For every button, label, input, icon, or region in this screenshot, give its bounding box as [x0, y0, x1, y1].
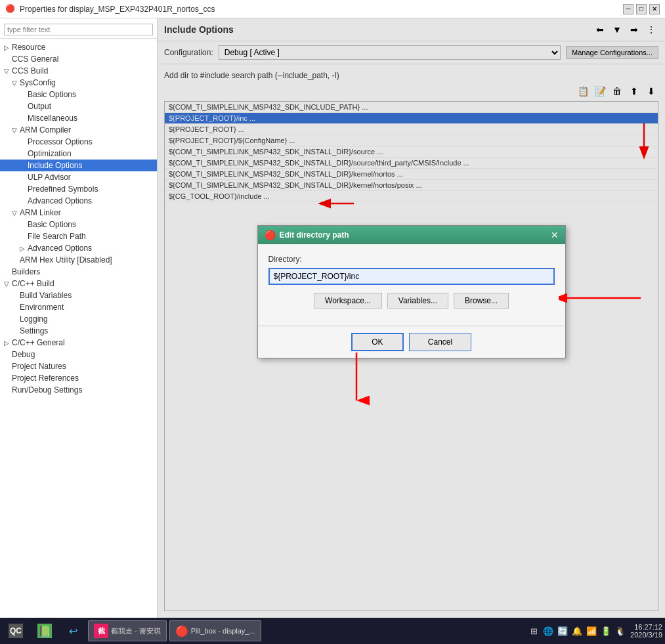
wifi-icon: 📶	[586, 625, 597, 637]
browse-button[interactable]: Browse...	[454, 293, 509, 309]
sidebar-item-build-variables[interactable]: Build Variables	[0, 290, 157, 301]
taskbar-back[interactable]: ↩	[60, 620, 85, 641]
ok-arrow	[343, 349, 370, 410]
taskbar-media[interactable]: 截 截我走 - 谢安琪	[88, 620, 167, 641]
tray-icons: ⊞ 🌐 🔄 🔔 📶 🔋 🐧	[528, 625, 626, 637]
sidebar-tree: ▷ResourceCCS General▽CCS Build▽SysConfig…	[0, 41, 157, 396]
input-arrow	[559, 285, 644, 313]
sidebar-item-include-options[interactable]: Include Options	[0, 160, 157, 171]
modal-close-button[interactable]: ✕	[551, 230, 559, 240]
directory-input[interactable]	[268, 268, 555, 285]
sound-icon: 🔔	[571, 625, 583, 637]
sidebar-item-ccs-general[interactable]: CCS General	[0, 53, 157, 65]
tree-arrow-resource: ▷	[4, 44, 12, 51]
sidebar-item-project-references[interactable]: Project References	[0, 372, 157, 384]
sidebar-item-run-debug-settings[interactable]: Run/Debug Settings	[0, 384, 157, 396]
taskbar: QC 📗 ↩ 截 截我走 - 谢安琪 🔴 Pill_box - display_…	[0, 618, 665, 644]
sidebar-item-sysconfig[interactable]: ▽SysConfig	[0, 77, 157, 89]
grid-icon: ⊞	[528, 625, 540, 637]
tree-arrow-cpp-build: ▽	[4, 280, 12, 288]
sidebar-item-logging[interactable]: Logging	[0, 313, 157, 325]
sidebar-filter[interactable]	[0, 21, 157, 39]
qc-icon: QC	[9, 624, 23, 638]
sidebar-item-cpp-general[interactable]: ▷C/C++ General	[0, 337, 157, 349]
sidebar-item-predefined-symbols[interactable]: Predefined Symbols	[0, 183, 157, 195]
sidebar-item-arm-linker[interactable]: ▽ARM Linker	[0, 207, 157, 219]
cancel-button[interactable]: Cancel	[409, 333, 471, 351]
edit-directory-modal: 🔴 Edit directory path ✕ Directory: Works…	[257, 225, 566, 358]
title-bar-controls: ─ □ ✕	[623, 4, 660, 14]
taskbar-media-label: 截我走 - 谢安琪	[111, 626, 161, 636]
sidebar-item-arm-compiler[interactable]: ▽ARM Compiler	[0, 124, 157, 136]
tree-arrow-arm-linker: ▽	[12, 209, 20, 217]
main-container: ▷ResourceCCS General▽CCS Build▽SysConfig…	[0, 18, 665, 618]
media-icon: 截	[94, 624, 108, 638]
sidebar-item-builders[interactable]: Builders	[0, 266, 157, 278]
sidebar-item-advanced-options-compiler[interactable]: Advanced Options	[0, 195, 157, 207]
taskbar-right: ⊞ 🌐 🔄 🔔 📶 🔋 🐧 16:27:12 2020/3/19	[528, 623, 662, 639]
sidebar-item-basic-options[interactable]: Basic Options	[0, 89, 157, 100]
back-icon: ↩	[66, 624, 79, 637]
sidebar-item-debug[interactable]: Debug	[0, 349, 157, 360]
tree-arrow-advanced-options-linker: ▷	[20, 245, 28, 252]
sidebar-item-basic-options-linker[interactable]: Basic Options	[0, 219, 157, 230]
sidebar-item-output[interactable]: Output	[0, 100, 157, 112]
modal-footer: OK Cancel	[258, 326, 565, 358]
close-button[interactable]: ✕	[649, 4, 660, 14]
taskbar-book[interactable]: 📗	[32, 620, 58, 641]
maximize-button[interactable]: □	[636, 4, 647, 14]
taskbar-pillbox-label: Pill_box - display_...	[191, 627, 255, 635]
sidebar-item-environment[interactable]: Environment	[0, 301, 157, 313]
ok-button[interactable]: OK	[351, 333, 404, 351]
sidebar-item-advanced-options-linker[interactable]: ▷Advanced Options	[0, 242, 157, 254]
sidebar-item-ccs-build[interactable]: ▽CCS Build	[0, 65, 157, 77]
taskbar-qc[interactable]: QC	[3, 620, 29, 641]
book-icon: 📗	[37, 624, 52, 638]
tree-arrow-arm-compiler: ▽	[12, 127, 20, 134]
right-panel: Include Options ⬅ ▼ ➡ ⋮ Configuration: D…	[158, 18, 665, 618]
sidebar-item-settings[interactable]: Settings	[0, 325, 157, 337]
update-icon: 🔄	[557, 625, 568, 637]
modal-titlebar: 🔴 Edit directory path ✕	[258, 226, 565, 244]
network-icon: 🌐	[542, 625, 554, 637]
tree-arrow-ccs-build: ▽	[4, 68, 12, 75]
modal-overlay: 🔴 Edit directory path ✕ Directory: Works…	[158, 18, 665, 618]
battery-icon: 🔋	[600, 625, 612, 637]
sidebar-item-arm-hex-utility[interactable]: ARM Hex Utility [Disabled]	[0, 254, 157, 266]
filter-input[interactable]	[4, 24, 153, 35]
content-area: ▷ResourceCCS General▽CCS Build▽SysConfig…	[0, 18, 665, 618]
modal-action-buttons: Workspace... Variables... Browse...	[268, 293, 555, 309]
taskbar-pillbox[interactable]: 🔴 Pill_box - display_...	[169, 620, 261, 641]
workspace-button[interactable]: Workspace...	[314, 293, 382, 309]
app-icon: 🔴	[5, 4, 16, 14]
sidebar-item-optimization[interactable]: Optimization	[0, 148, 157, 160]
sidebar-item-project-natures[interactable]: Project Natures	[0, 360, 157, 372]
title-bar-text: Properties for display_MSP_EXP432P401R_n…	[20, 5, 623, 14]
tree-arrow-sysconfig: ▽	[12, 79, 20, 87]
sidebar: ▷ResourceCCS General▽CCS Build▽SysConfig…	[0, 18, 158, 618]
modal-body: Directory: Workspace... Variables... Bro…	[258, 244, 565, 326]
directory-label: Directory:	[268, 255, 555, 264]
minimize-button[interactable]: ─	[623, 4, 633, 14]
sidebar-item-processor-options[interactable]: Processor Options	[0, 136, 157, 148]
sidebar-item-miscellaneous[interactable]: Miscellaneous	[0, 112, 157, 124]
tree-arrow-cpp-general: ▷	[4, 339, 12, 347]
variables-button[interactable]: Variables...	[387, 293, 448, 309]
sidebar-item-ulp-advisor[interactable]: ULP Advisor	[0, 171, 157, 183]
title-bar: 🔴 Properties for display_MSP_EXP432P401R…	[0, 0, 665, 18]
sidebar-item-resource[interactable]: ▷Resource	[0, 41, 157, 53]
taskbar-time: 16:27:12 2020/3/19	[630, 623, 662, 639]
sidebar-item-file-search-path[interactable]: File Search Path	[0, 230, 157, 242]
modal-title: 🔴 Edit directory path	[265, 230, 349, 240]
linux-icon: 🐧	[614, 625, 626, 637]
sidebar-item-cpp-build[interactable]: ▽C/C++ Build	[0, 278, 157, 290]
pillbox-icon: 🔴	[175, 624, 188, 637]
